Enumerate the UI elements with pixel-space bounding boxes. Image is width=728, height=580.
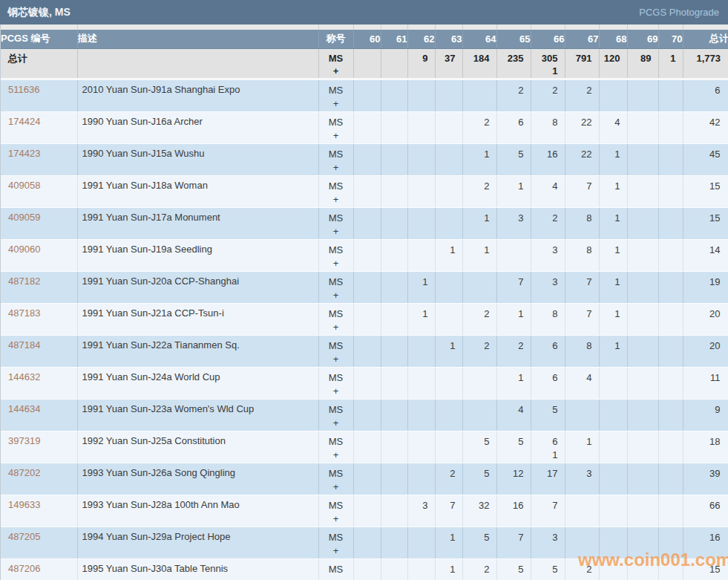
pcgs-number-link[interactable]: 144634	[8, 403, 40, 414]
grade-cell-70	[658, 463, 683, 495]
grade-cell-64	[462, 367, 496, 399]
column-header-61: 61	[381, 30, 407, 48]
column-header-65: 65	[496, 30, 531, 48]
pcgs-number-link[interactable]: 144632	[8, 371, 40, 382]
grade-cell-60	[353, 558, 381, 580]
pcgs-number-link[interactable]: 487183	[8, 307, 40, 319]
grade-cell-65: 1	[496, 303, 531, 335]
grade-cell-62	[407, 431, 435, 463]
pcgs-number-link[interactable]: 487202	[8, 467, 40, 478]
grade-cell-63	[435, 271, 462, 303]
grade-cell-68	[599, 431, 627, 463]
grade-cell-63: 37	[435, 48, 462, 79]
grade-cell-62	[407, 239, 435, 271]
grade-cell-61	[381, 335, 407, 367]
spacer-cell	[462, 25, 496, 30]
pcgs-number-link[interactable]: 397319	[8, 435, 40, 446]
grade-cell-69	[627, 79, 658, 111]
grade-cell-66: 2	[531, 79, 565, 111]
grade-cell-67: 7	[565, 303, 599, 335]
description-cell: 1992 Yuan Sun-J25a Constitution	[77, 431, 318, 463]
grade-cell-65	[496, 239, 531, 271]
grade-cell-67: 22	[565, 143, 599, 175]
grade-cell-69	[627, 495, 658, 527]
grade-cell-60	[353, 335, 381, 367]
table-row: 4090601991 Yuan Sun-J19a SeedlingMS+1138…	[1, 239, 728, 271]
pcgs-number-link[interactable]: 511636	[8, 84, 39, 95]
pcgs-number-link[interactable]: 409058	[8, 180, 40, 191]
pcgs-number-link[interactable]: 487205	[8, 531, 40, 542]
grade-cell-62	[407, 143, 435, 175]
total-cell: 42	[683, 111, 728, 143]
grade-cell-65: 1	[496, 175, 531, 207]
grade-cell-61	[381, 303, 407, 335]
column-header-70: 70	[658, 30, 683, 48]
grade-cell-60	[353, 143, 381, 175]
spacer-cell	[658, 25, 683, 30]
table-row: 4872051994 Yuan Sun-J29a Project HopeMS+…	[1, 527, 728, 558]
grade-cell-63: 1	[435, 239, 462, 271]
pcgs-number-link[interactable]: 174424	[8, 116, 40, 127]
table-header-row: PCGS 编号描述称号6061626364656667686970总计	[1, 30, 728, 48]
grade-cell-68: 1	[599, 303, 627, 335]
spacer-cell	[435, 25, 462, 30]
grade-cell-61	[381, 143, 407, 175]
pcgs-number-link[interactable]: 487182	[8, 276, 40, 287]
grade-cell-66: 5	[531, 558, 565, 580]
grade-cell-66: 8	[531, 111, 565, 143]
grade-cell-63: 1	[435, 558, 462, 580]
grade-cell-63	[435, 207, 462, 239]
grade-cell-62	[407, 79, 435, 111]
grade-cell-61	[381, 48, 407, 79]
column-header-67: 67	[565, 30, 599, 48]
designation-cell: MS+	[318, 431, 353, 463]
grade-cell-70	[658, 335, 683, 367]
total-cell: 11	[683, 367, 728, 399]
grade-cell-60	[353, 79, 381, 111]
description-cell: 1994 Yuan Sun-J29a Project Hope	[77, 527, 318, 558]
column-header-68: 68	[599, 30, 627, 48]
grade-cell-65: 7	[496, 527, 531, 558]
pcgs-number-link[interactable]: 487184	[8, 339, 40, 351]
grade-cell-63: 7	[435, 495, 462, 527]
description-cell: 1990 Yuan Sun-J15a Wushu	[77, 143, 318, 175]
grade-cell-62: 1	[407, 271, 435, 303]
grade-cell-70	[658, 79, 683, 111]
grade-cell-64: 1	[462, 207, 496, 239]
grade-cell-60	[353, 175, 381, 207]
grade-cell-68: 4	[599, 111, 627, 143]
grade-cell-65: 2	[496, 79, 531, 111]
designation-cell: MS+	[318, 558, 353, 580]
description-cell: 1991 Yuan Sun-J17a Monument	[77, 207, 318, 239]
grade-cell-66: 3	[531, 271, 565, 303]
grade-cell-61	[381, 367, 407, 399]
grade-cell-63	[435, 79, 462, 111]
description-cell: 1995 Yuan Sun-J30a Table Tennis	[77, 558, 318, 580]
table-row: 1744231990 Yuan Sun-J15a WushuMS+1516221…	[1, 143, 728, 175]
grade-cell-63: 1	[435, 527, 462, 558]
grade-cell-64: 5	[462, 431, 496, 463]
population-table-wrap: PCGS 编号描述称号6061626364656667686970总计 总计MS…	[0, 25, 728, 580]
column-header-desc: 描述	[77, 30, 318, 48]
designation-cell: MS+	[318, 367, 353, 399]
grade-cell-70	[658, 495, 683, 527]
photograde-link[interactable]: PCGS Photograde	[639, 7, 719, 18]
pcgs-number-link[interactable]: 174423	[8, 148, 40, 159]
pcgs-number-cell: 409058	[1, 175, 77, 207]
pcgs-number-link[interactable]: 409060	[8, 244, 40, 255]
grade-cell-68	[599, 79, 627, 111]
designation-cell: MS+	[318, 495, 353, 527]
grade-cell-67: 22	[565, 111, 599, 143]
total-cell: 20	[683, 303, 728, 335]
pcgs-number-link[interactable]: 487206	[8, 563, 40, 574]
grade-cell-60	[353, 271, 381, 303]
grade-cell-61	[381, 111, 407, 143]
grade-cell-60	[353, 527, 381, 558]
pcgs-number-link[interactable]: 409059	[8, 212, 40, 223]
table-row: 4871821991 Yuan Sun-J20a CCP-ShanghaiMS+…	[1, 271, 728, 303]
grade-cell-69	[627, 175, 658, 207]
grade-cell-63	[435, 367, 462, 399]
grade-cell-63	[435, 143, 462, 175]
pcgs-number-link[interactable]: 149633	[8, 499, 40, 510]
pcgs-number-cell: 487182	[1, 271, 77, 303]
